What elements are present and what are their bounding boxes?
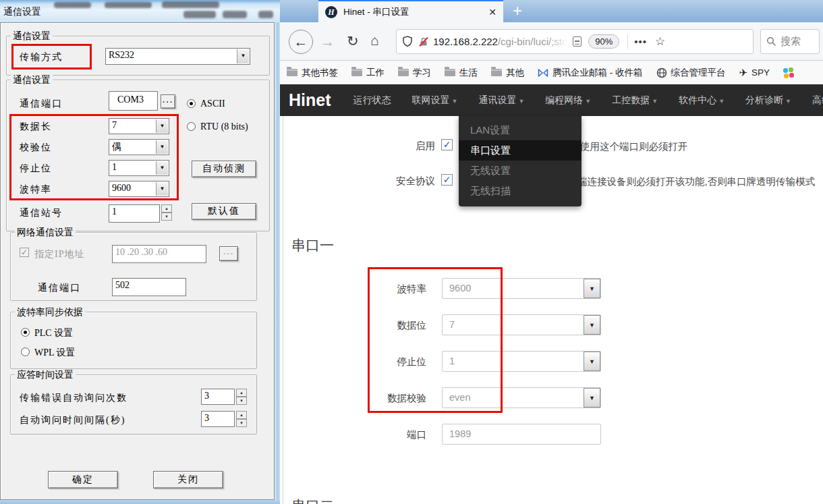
retry-input[interactable]: 3 bbox=[201, 389, 235, 405]
ascii-radio[interactable] bbox=[187, 99, 196, 108]
home-button[interactable]: ⌂ bbox=[370, 32, 379, 49]
bookmark-tencent-mail[interactable]: 腾讯企业邮箱 - 收件箱 bbox=[538, 67, 643, 79]
parity-select[interactable]: 偶 ▼ bbox=[109, 139, 169, 155]
nav-menu: 运行状态 联网设置▼ 通讯设置▼ 编程网络▼ 工控数据▼ 软件中心▼ 分析诊断▼… bbox=[353, 94, 823, 107]
spin-up-icon[interactable]: ▲ bbox=[236, 411, 247, 419]
dropdown-arrow-icon[interactable]: ▼ bbox=[584, 315, 600, 335]
dropdown-arrow-icon[interactable]: ▼ bbox=[237, 49, 249, 63]
baud-rate-select[interactable]: 9600 ▼ bbox=[109, 181, 169, 197]
retry-label: 传输错误自动询问次数 bbox=[20, 392, 127, 404]
ip-browse-button[interactable]: ... bbox=[219, 246, 238, 261]
hinet-logo[interactable]: Hinet bbox=[289, 90, 331, 110]
bookmark-mgmt-platform[interactable]: 综合管理平台 bbox=[656, 67, 726, 79]
forward-button[interactable]: → bbox=[320, 34, 335, 50]
page-actions-icon[interactable]: ••• bbox=[634, 36, 647, 47]
bookmark-folder-other[interactable]: 其他书签 bbox=[287, 67, 338, 79]
window-edge-line bbox=[283, 116, 283, 504]
net-port-input[interactable]: 502 bbox=[112, 278, 186, 296]
nav-programming[interactable]: 编程网络▼ bbox=[545, 94, 591, 107]
parity-label: 校验位 bbox=[20, 142, 52, 154]
dropdown-arrow-icon[interactable]: ▼ bbox=[156, 182, 168, 196]
station-input[interactable]: 1 bbox=[109, 204, 160, 223]
transfer-mode-select[interactable]: RS232 ▼ bbox=[105, 48, 250, 65]
dropdown-arrow-icon[interactable]: ▼ bbox=[156, 119, 168, 133]
nav-industrial-data[interactable]: 工控数据▼ bbox=[612, 94, 658, 107]
menu-wireless-scan[interactable]: 无线扫描 bbox=[459, 181, 581, 201]
reload-button[interactable]: ↻ bbox=[347, 33, 359, 49]
menu-wireless-settings[interactable]: 无线设置 bbox=[459, 161, 581, 181]
search-box[interactable]: 搜索 bbox=[760, 29, 820, 54]
menu-serial-settings[interactable]: 串口设置 bbox=[459, 140, 581, 161]
nav-run-status[interactable]: 运行状态 bbox=[353, 94, 391, 107]
comm-port-box[interactable]: COM3 bbox=[109, 91, 158, 111]
spin-down-icon[interactable]: ▼ bbox=[236, 397, 247, 405]
comm-port-browse-button[interactable]: ... bbox=[161, 94, 175, 109]
url-bar[interactable]: 192.168.2.222 /cgi-bin/luci/;sto 90% •••… bbox=[396, 29, 754, 54]
new-tab-button[interactable]: + bbox=[513, 1, 522, 20]
group-baud-sync-legend: 波特率同步依据 bbox=[15, 306, 85, 318]
station-spinner[interactable]: ▲▼ bbox=[161, 204, 172, 221]
chevron-down-icon: ▼ bbox=[585, 98, 591, 105]
spin-up-icon[interactable]: ▲ bbox=[236, 389, 247, 397]
default-button[interactable]: 默认值 bbox=[192, 203, 256, 220]
comm-port-label: 通信端口 bbox=[20, 98, 63, 110]
bookmark-spy[interactable]: ✈SPY bbox=[739, 67, 770, 79]
nav-advanced[interactable]: 高级设置 bbox=[812, 94, 823, 107]
tracking-shield-icon[interactable] bbox=[402, 36, 413, 47]
enable-checkbox[interactable]: ✓ bbox=[441, 139, 453, 150]
stopbit-select[interactable]: 1 ▼ bbox=[442, 351, 601, 372]
stop-bit-select[interactable]: 1 ▼ bbox=[109, 160, 169, 176]
bookmark-star-icon[interactable]: ☆ bbox=[655, 34, 665, 49]
nav-network-settings[interactable]: 联网设置▼ bbox=[412, 94, 458, 107]
ip-checkbox[interactable]: ✓ bbox=[20, 248, 29, 257]
ok-button[interactable]: 确定 bbox=[48, 471, 118, 488]
tab-close-icon[interactable]: ✕ bbox=[488, 7, 496, 18]
close-button[interactable]: 关闭 bbox=[153, 471, 223, 488]
dropdown-arrow-icon[interactable]: ▼ bbox=[584, 388, 600, 408]
menu-lan-settings[interactable]: LAN设置 bbox=[459, 120, 581, 140]
serial-port-2-heading: 串口二 bbox=[291, 497, 334, 504]
baud-select[interactable]: 9600 ▼ bbox=[442, 278, 601, 299]
dialog-titlebar[interactable]: 通信设置 bbox=[0, 0, 280, 22]
chevron-down-icon: ▼ bbox=[785, 98, 791, 105]
ip-input[interactable]: 10 .20 .30 .60 bbox=[112, 245, 206, 263]
url-path: /cgi-bin/luci/;sto bbox=[498, 36, 567, 47]
parity-check-label: 数据校验 bbox=[320, 392, 426, 405]
security-checkbox[interactable]: ✓ bbox=[441, 174, 453, 186]
nav-diagnostics[interactable]: 分析诊断▼ bbox=[745, 94, 791, 107]
dropdown-arrow-icon[interactable]: ▼ bbox=[156, 140, 168, 154]
bookmark-folder-misc[interactable]: 其他 bbox=[491, 67, 524, 79]
port-input[interactable]: 1989 bbox=[442, 424, 601, 445]
bookmark-folder-life[interactable]: 生活 bbox=[445, 67, 478, 79]
dropdown-arrow-icon[interactable]: ▼ bbox=[584, 352, 600, 371]
nav-comm-settings[interactable]: 通讯设置▼ bbox=[478, 94, 524, 107]
active-tab[interactable]: H Hinet - 串口设置 ✕ bbox=[318, 0, 503, 22]
url-host: 192.168.2.222 bbox=[433, 36, 498, 47]
bookmark-colorful[interactable] bbox=[783, 67, 794, 78]
data-length-select[interactable]: 7 ▼ bbox=[109, 118, 169, 134]
retry-spinner[interactable]: ▲▼ bbox=[236, 389, 247, 405]
bookmark-folder-study[interactable]: 学习 bbox=[398, 67, 431, 79]
spin-down-icon[interactable]: ▼ bbox=[161, 213, 172, 221]
dropdown-arrow-icon[interactable]: ▼ bbox=[584, 279, 600, 298]
ascii-radio-label: ASCII bbox=[200, 99, 225, 109]
spin-up-icon[interactable]: ▲ bbox=[161, 204, 172, 213]
data-length-label: 数据长 bbox=[20, 121, 52, 133]
back-button[interactable]: ← bbox=[289, 30, 313, 54]
databits-select[interactable]: 7 ▼ bbox=[442, 314, 601, 335]
autodetect-button[interactable]: 自动侦测 bbox=[192, 161, 256, 177]
dropdown-arrow-icon[interactable]: ▼ bbox=[156, 161, 168, 175]
plc-radio[interactable] bbox=[21, 328, 30, 337]
spin-down-icon[interactable]: ▼ bbox=[236, 419, 247, 427]
reader-mode-icon[interactable] bbox=[573, 36, 581, 47]
zoom-level-badge[interactable]: 90% bbox=[588, 34, 619, 49]
insecure-lock-icon[interactable] bbox=[418, 36, 429, 47]
colorful-app-icon bbox=[783, 67, 794, 78]
bookmark-folder-work[interactable]: 工作 bbox=[351, 67, 385, 79]
interval-spinner[interactable]: ▲▼ bbox=[236, 411, 247, 427]
interval-input[interactable]: 3 bbox=[201, 411, 235, 427]
rtu-radio[interactable] bbox=[187, 122, 196, 131]
wpl-radio[interactable] bbox=[21, 347, 30, 356]
nav-software-center[interactable]: 软件中心▼ bbox=[679, 94, 725, 107]
parity-check-select[interactable]: even ▼ bbox=[442, 387, 601, 408]
